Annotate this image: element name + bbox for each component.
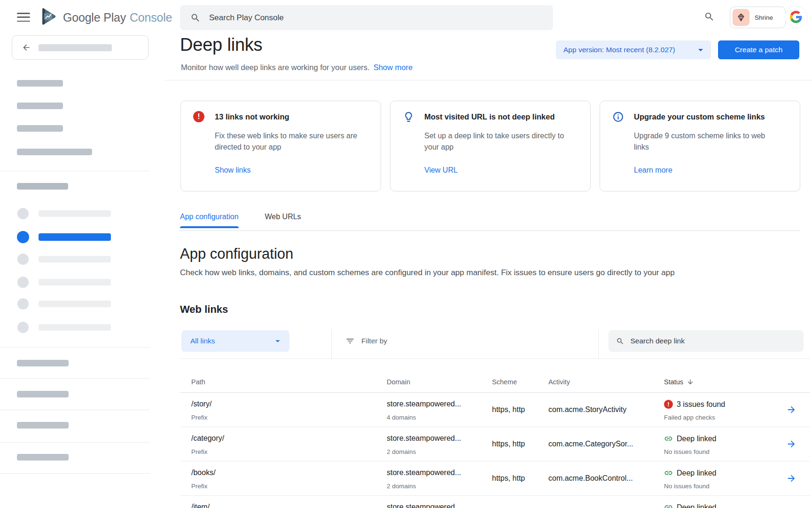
links-filter-dropdown[interactable]: All links [181,330,289,352]
status-cell: Deep linked [664,468,717,477]
tab-divider [180,230,800,231]
table-row[interactable]: /category/ Prefix store.steampowered... … [180,427,810,461]
arrow-back-icon [22,43,31,52]
web-links-table: Path Domain Scheme Activity Status /stor… [180,372,810,508]
status-detail: No issues found [664,483,710,490]
deep-link-search-bar[interactable] [609,330,804,352]
path-cell: /books/ [191,468,216,477]
table-row[interactable]: /item/ store.steampowered... Deep linked [180,496,810,508]
sidebar-divider [0,442,150,443]
filter-icon [345,336,355,346]
sidebar-divider [0,473,150,474]
card-most-visited-url: Most visited URL is not deep linked Set … [390,101,591,191]
chevron-down-icon [695,44,706,56]
path-cell: /story/ [191,400,212,408]
sidebar [0,33,150,508]
play-console-screen: Google PlayConsole Shrine [0,0,812,508]
sidebar-skeleton-bar [39,210,111,217]
sidebar-skeleton-bar [39,324,111,331]
card-title: Upgrade your custom scheme links [634,112,765,121]
global-search-input[interactable] [209,13,543,23]
scheme-cell: https, http [492,440,525,448]
domain-count: 2 domains [387,448,416,455]
sidebar-skeleton-bar [17,422,69,429]
sidebar-divider [0,171,150,171]
filter-by-button[interactable]: Filter by [345,330,387,352]
sidebar-skeleton-bar [39,279,111,286]
card-title: Most visited URL is not deep linked [424,112,555,121]
sidebar-skeleton-bar [17,360,69,366]
card-title: 13 links not working [215,112,289,121]
global-search-bar[interactable] [180,5,553,30]
nav-dot-icon [17,231,29,243]
status-detail: Failed app checks [664,414,715,421]
google-account-icon[interactable] [785,6,807,28]
play-logo-icon [39,7,57,28]
open-row-arrow-icon[interactable] [786,439,796,451]
table-row[interactable]: /books/ Prefix store.steampowered... 2 d… [180,461,810,496]
path-type: Prefix [191,414,208,421]
app-version-dropdown[interactable]: App version: Most recent (8.2.027) [556,40,711,59]
page-subtitle: Monitor how well deep links are working … [181,63,413,72]
sidebar-nav-item[interactable] [17,322,111,333]
sidebar-skeleton-bar [39,301,111,307]
page-title: Deep links [180,35,262,55]
nav-dot-icon [17,298,29,310]
chevron-down-icon [273,336,283,346]
app-selector-chip[interactable]: Shrine [730,7,786,28]
sidebar-skeleton-bar [17,149,92,155]
deep-link-icon [664,468,673,477]
status-cell: Deep linked [664,503,717,508]
activity-cell: com.acme.CategorySor... [548,440,633,448]
section-heading: App configuration [180,246,293,262]
scheme-cell: https, http [492,474,525,483]
column-header-activity[interactable]: Activity [548,378,570,386]
table-row[interactable]: /story/ Prefix store.steampowered... 4 d… [180,393,810,427]
tab-app-configuration[interactable]: App configuration [180,213,239,228]
tab-bar: App configuration Web URLs [180,213,301,228]
sidebar-nav-item[interactable] [17,298,111,310]
sidebar-skeleton-bar [17,80,63,87]
show-links-link[interactable]: Show links [215,166,250,175]
column-header-status[interactable]: Status [664,378,694,386]
divider [180,358,810,359]
tab-web-urls[interactable]: Web URLs [265,213,301,228]
column-header-path[interactable]: Path [191,378,205,386]
search-icon[interactable] [704,11,715,24]
learn-more-link[interactable]: Learn more [634,166,672,175]
path-cell: /category/ [191,434,224,443]
domain-count: 4 domains [387,414,416,421]
view-url-link[interactable]: View URL [424,166,458,175]
sidebar-skeleton-bar [17,125,63,132]
back-button[interactable] [12,35,148,60]
web-links-heading: Web links [180,303,228,316]
sidebar-skeleton-bar [17,454,69,460]
deep-link-icon [664,434,673,443]
sidebar-skeleton-bar [39,44,112,51]
deep-link-icon [664,503,673,508]
open-row-arrow-icon[interactable] [786,473,796,485]
sidebar-nav-item[interactable] [17,208,111,219]
card-body: Fix these web links to make sure users a… [215,130,370,153]
deep-link-search-input[interactable] [630,337,796,345]
menu-icon[interactable] [17,13,30,22]
logo-text: Google PlayConsole [63,11,172,24]
sort-descending-icon [687,378,694,386]
card-upgrade-schemes: Upgrade your custom scheme links Upgrade… [600,101,800,191]
play-console-logo[interactable]: Google PlayConsole [39,7,172,28]
shrine-app-icon [733,9,750,26]
card-body: Set up a deep link to take users directl… [424,130,579,153]
domain-cell: store.steampowered... [387,434,461,443]
scheme-cell: https, http [492,405,525,414]
column-header-domain[interactable]: Domain [387,378,410,386]
sidebar-skeleton-bar [39,233,111,241]
show-more-link[interactable]: Show more [374,63,413,71]
sidebar-nav-item[interactable] [17,277,111,288]
status-detail: No issues found [664,448,710,455]
sidebar-nav-item[interactable] [17,254,111,265]
open-row-arrow-icon[interactable] [786,405,796,417]
card-body: Upgrade 9 custom scheme links to web lin… [634,130,775,153]
sidebar-nav-item-active[interactable] [17,231,111,243]
create-patch-button[interactable]: Create a patch [718,40,799,59]
column-header-scheme[interactable]: Scheme [492,378,517,386]
